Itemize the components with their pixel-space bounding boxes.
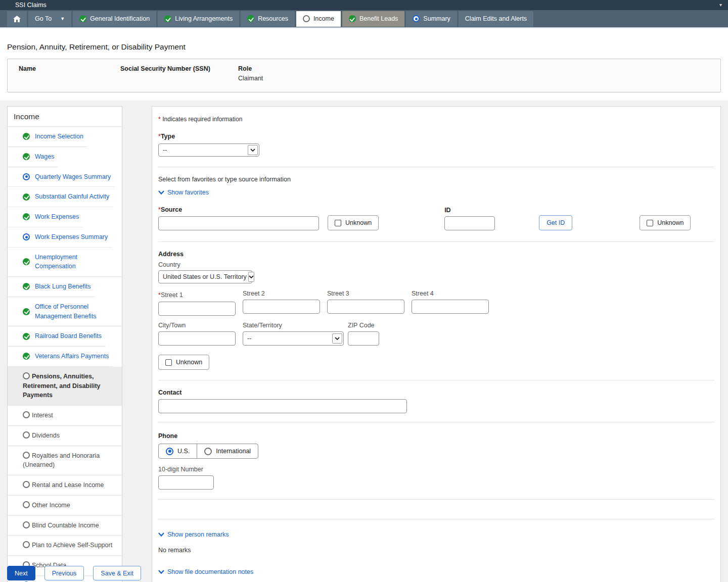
circle-icon — [23, 411, 30, 418]
sidebar-item-dividends[interactable]: Dividends — [8, 426, 122, 446]
id-input[interactable] — [444, 216, 495, 230]
checkbox-icon — [335, 220, 341, 226]
sidebar-item-plan-to-achieve-self-support[interactable]: Plan to Achieve Self-Support — [8, 536, 122, 556]
zip-input[interactable] — [348, 331, 379, 346]
sidebar-item-label: Plan to Achieve Self-Support — [32, 542, 112, 549]
form-column: * Indicates required information *Type -… — [152, 106, 721, 582]
address-heading: Address — [158, 251, 714, 258]
app-title: SSI Claims — [15, 2, 47, 9]
tab-benefit-leads[interactable]: Benefit Leads — [342, 11, 404, 27]
home-button[interactable] — [7, 11, 27, 27]
sidebar-item-office-of-personnel-management-benefits[interactable]: Office of Personnel Management Benefits — [8, 297, 122, 327]
check-icon — [23, 213, 30, 220]
show-person-remarks-link[interactable]: Show person remarks — [158, 531, 229, 538]
sidebar-title: Income — [8, 107, 122, 127]
sidebar-item-railroad-board-benefits[interactable]: Railroad Board Benefits — [8, 326, 106, 347]
save-exit-button[interactable]: Save & Exit — [93, 566, 141, 580]
sidebar-item-quarterly-wages-summary[interactable]: Quarterly Wages Summary — [8, 167, 115, 187]
sidebar-item-label: Substantial Gainful Activity — [35, 192, 109, 202]
phone-international-option[interactable]: International — [197, 444, 258, 458]
get-id-button[interactable]: Get ID — [539, 215, 572, 230]
sidebar-item-rental-and-lease-income[interactable]: Rental and Lease Income — [8, 475, 122, 496]
phone-heading: Phone — [158, 432, 714, 440]
radio-selected-icon — [166, 448, 173, 455]
id-unknown-checkbox[interactable]: Unknown — [640, 215, 691, 230]
sidebar-item-label: Railroad Board Benefits — [35, 331, 102, 341]
sidebar-item-label: Black Lung Benefits — [35, 282, 91, 292]
status-radio-icon — [23, 233, 30, 240]
city-label: City/Town — [158, 322, 236, 329]
previous-button[interactable]: Previous — [44, 566, 84, 580]
radio-icon — [204, 448, 212, 455]
id-label: ID — [444, 207, 495, 214]
sidebar-item-royalties-and-honoraria-unearned[interactable]: Royalties and Honoraria (Unearned) — [8, 446, 122, 476]
tab-summary[interactable]: Summary — [406, 11, 457, 27]
goto-menu[interactable]: Go To ▼ — [28, 11, 71, 27]
spacer — [158, 500, 714, 519]
country-value: United States or U.S. Territory — [163, 273, 247, 280]
circle-icon — [23, 541, 30, 548]
street2-label: Street 2 — [243, 290, 320, 297]
income-sidebar: Income Income SelectionWagesQuarterly Wa… — [7, 106, 122, 582]
sidebar-item-work-expenses-summary[interactable]: Work Expenses Summary — [8, 227, 112, 248]
sidebar-item-unemployment-compensation[interactable]: Unemployment Compensation — [8, 248, 122, 277]
street1-input[interactable] — [158, 302, 236, 316]
sidebar-item-pensions-annuities-retirement-and-disability-payments: Pensions, Annuities, Retirement, and Dis… — [8, 367, 122, 406]
sidebar-item-blind-countable-income[interactable]: Blind Countable Income — [8, 516, 122, 536]
street4-input[interactable] — [412, 300, 489, 314]
sidebar-item-label: Work Expenses — [35, 212, 79, 222]
tab-general-identification[interactable]: General Identification — [73, 11, 156, 27]
street2-input[interactable] — [243, 300, 320, 314]
phone-number-input[interactable] — [158, 475, 214, 490]
sidebar-item-income-selection[interactable]: Income Selection — [8, 127, 87, 147]
sidebar-item-interest[interactable]: Interest — [8, 406, 122, 426]
source-unknown-checkbox[interactable]: Unknown — [328, 215, 379, 230]
sidebar-item-label: Office of Personnel Management Benefits — [35, 302, 118, 321]
titlebar-dropdown-caret-icon[interactable]: ▾ — [719, 3, 722, 8]
sidebar-item-veterans-affairs-payments[interactable]: Veterans Affairs Payments — [8, 347, 113, 367]
sidebar-item-wages[interactable]: Wages — [8, 147, 58, 167]
chevron-down-icon: ▼ — [60, 16, 65, 21]
country-label: Country — [158, 261, 714, 268]
nav-bar: Go To ▼ General IdentificationLiving Arr… — [0, 10, 728, 28]
next-button[interactable]: Next — [7, 566, 35, 580]
page-title: Pension, Annuity, Retirement, or Disabil… — [7, 42, 721, 52]
state-select[interactable]: -- — [243, 331, 344, 346]
sidebar-item-black-lung-benefits[interactable]: Black Lung Benefits — [8, 277, 95, 297]
show-file-notes-link[interactable]: Show file documentation notes — [158, 568, 253, 575]
tab-income[interactable]: Income — [296, 11, 341, 27]
sidebar-item-substantial-gainful-activity[interactable]: Substantial Gainful Activity — [8, 187, 113, 207]
sidebar-item-label: Other Income — [32, 502, 70, 509]
sidebar-item-other-income[interactable]: Other Income — [8, 496, 122, 516]
type-select[interactable]: -- — [158, 143, 259, 157]
check-icon — [23, 308, 30, 315]
tab-label: General Identification — [90, 15, 150, 22]
city-input[interactable] — [158, 331, 236, 346]
tab-claim-edits-and-alerts[interactable]: Claim Edits and Alerts — [459, 11, 533, 27]
role-label: Role — [238, 65, 263, 72]
sidebar-item-label: Rental and Lease Income — [32, 481, 104, 489]
chevron-down-icon — [158, 570, 164, 574]
app-window: SSI Claims ▾ Go To ▼ General Identificat… — [0, 0, 728, 582]
tab-living-arrangements[interactable]: Living Arrangements — [158, 11, 239, 27]
title-bar: SSI Claims ▾ — [0, 0, 728, 10]
tab-label: Living Arrangements — [175, 15, 233, 22]
show-favorites-link[interactable]: Show favorites — [158, 189, 209, 196]
status-radio-icon — [23, 173, 30, 180]
person-header: Name Social Security Number (SSN) Role C… — [7, 59, 721, 92]
circle-icon — [23, 481, 30, 488]
divider — [158, 519, 714, 519]
circle-icon — [23, 431, 30, 439]
country-select[interactable]: United States or U.S. Territory — [158, 270, 252, 283]
street3-input[interactable] — [327, 300, 404, 314]
sidebar-list: Income SelectionWagesQuarterly Wages Sum… — [8, 127, 122, 582]
tab-resources[interactable]: Resources — [241, 11, 295, 27]
phone-us-option[interactable]: U.S. — [159, 444, 197, 458]
sidebar-item-work-expenses[interactable]: Work Expenses — [8, 207, 83, 227]
address-unknown-checkbox[interactable]: Unknown — [158, 355, 209, 370]
contact-input[interactable] — [158, 399, 407, 413]
select-arrow-icon — [332, 333, 342, 344]
status-radio-icon — [413, 15, 420, 22]
phone-number-label: 10-digit Number — [158, 466, 714, 473]
source-input[interactable] — [158, 216, 319, 230]
